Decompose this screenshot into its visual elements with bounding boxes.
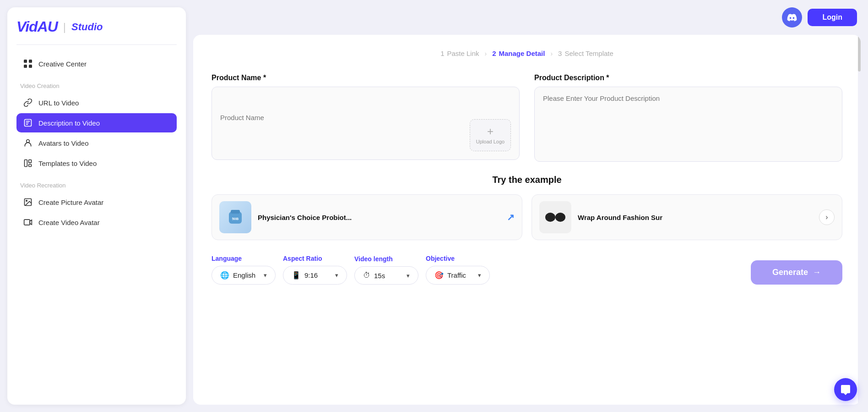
sidebar-label-create-picture-avatar: Create Picture Avatar xyxy=(38,198,103,206)
globe-icon: 🌐 xyxy=(220,271,229,280)
chat-bubble-button[interactable] xyxy=(834,378,857,401)
language-chevron-icon: ▾ xyxy=(264,272,267,279)
sidebar-label-templates-to-video: Templates to Video xyxy=(38,159,97,167)
svg-text:50B: 50B xyxy=(232,217,239,221)
generate-button[interactable]: Generate → xyxy=(751,260,842,285)
logo-divider: | xyxy=(63,21,66,33)
grid-icon xyxy=(23,59,33,69)
description-icon xyxy=(23,118,33,128)
sidebar-item-templates-to-video[interactable]: Templates to Video xyxy=(16,154,177,173)
product-name-group: Product Name * + Upload Logo xyxy=(212,74,520,162)
product-description-input[interactable] xyxy=(543,94,834,154)
product-name-input[interactable] xyxy=(220,94,511,140)
section-label-video-creation: Video Creation xyxy=(20,82,177,89)
sidebar-label-avatars-to-video: Avatars to Video xyxy=(38,139,89,147)
example-thumb-probiotics: 50B xyxy=(219,201,251,233)
example-next-chevron[interactable]: › xyxy=(819,209,835,225)
video-length-select[interactable]: ⏱ 15s ▾ xyxy=(354,266,418,285)
video-length-value: 15s xyxy=(374,272,385,280)
language-control-group: Language 🌐 English ▾ xyxy=(212,255,276,285)
sidebar-item-url-to-video[interactable]: URL to Video xyxy=(16,93,177,112)
upload-logo-button[interactable]: + Upload Logo xyxy=(470,119,511,151)
aspect-ratio-control-group: Aspect Ratio 📱 9:16 ▾ xyxy=(283,255,347,285)
svg-rect-11 xyxy=(24,220,30,225)
example-thumb-sunglasses xyxy=(539,201,571,233)
example-card-sunglasses[interactable]: Wrap Around Fashion Sur › xyxy=(532,194,842,240)
language-label: Language xyxy=(212,255,276,262)
sidebar-item-avatars-to-video[interactable]: Avatars to Video xyxy=(16,133,177,153)
svg-rect-0 xyxy=(24,60,27,63)
try-example-title: Try the example xyxy=(212,175,842,185)
svg-rect-7 xyxy=(29,160,32,163)
example-name-probiotics: Physician's Choice Probiot... xyxy=(258,214,500,221)
step2-number: 2 xyxy=(492,49,496,57)
scrollbar-thumb xyxy=(858,35,861,71)
product-name-label: Product Name * xyxy=(212,74,520,82)
sidebar-item-description-to-video[interactable]: Description to Video xyxy=(16,113,177,132)
sidebar-item-creative-center[interactable]: Creative Center xyxy=(16,54,177,73)
scrollbar-track[interactable] xyxy=(858,35,861,405)
topbar: Login xyxy=(193,7,861,35)
step3-label: Select Template xyxy=(564,49,613,57)
sidebar-label-description-to-video: Description to Video xyxy=(38,119,100,127)
objective-label: Objective xyxy=(426,255,490,262)
generate-arrow-icon: → xyxy=(813,268,821,277)
video-length-label: Video length xyxy=(354,255,418,263)
clock-icon: ⏱ xyxy=(363,271,370,280)
step1-number: 1 xyxy=(440,49,444,57)
step-manage-detail: 2 Manage Detail xyxy=(492,49,545,57)
sidebar: VidAU | Studio Creative Center Video Cre… xyxy=(7,7,186,405)
discord-button[interactable] xyxy=(782,7,802,27)
logo-subtitle: Studio xyxy=(71,21,103,33)
language-select[interactable]: 🌐 English ▾ xyxy=(212,266,276,285)
bottom-controls: Language 🌐 English ▾ Aspect Ratio 📱 9:16… xyxy=(212,255,842,285)
step-paste-link: 1 Paste Link xyxy=(440,49,479,57)
generate-label: Generate xyxy=(772,268,808,277)
example-card-probiotics[interactable]: 50B Physician's Choice Probiot... ↗ xyxy=(212,194,522,240)
phone-icon: 📱 xyxy=(292,271,301,280)
video-length-control-group: Video length ⏱ 15s ▾ xyxy=(354,255,418,285)
svg-point-16 xyxy=(555,213,565,222)
sidebar-item-create-video-avatar[interactable]: Create Video Avatar xyxy=(16,213,177,232)
aspect-ratio-value: 9:16 xyxy=(304,271,318,279)
aspect-ratio-chevron-icon: ▾ xyxy=(335,272,338,279)
svg-rect-3 xyxy=(29,65,32,68)
objective-select[interactable]: 🎯 Traffic ▾ xyxy=(426,266,490,285)
sidebar-label-url-to-video: URL to Video xyxy=(38,99,79,107)
aspect-ratio-select[interactable]: 📱 9:16 ▾ xyxy=(283,266,347,285)
templates-icon xyxy=(23,158,33,168)
logo-brand: VidAU xyxy=(16,18,58,35)
login-button[interactable]: Login xyxy=(808,9,857,26)
svg-rect-6 xyxy=(25,160,27,167)
svg-rect-2 xyxy=(24,65,27,68)
picture-avatar-icon xyxy=(23,197,33,207)
video-length-chevron-icon: ▾ xyxy=(407,272,410,279)
main-area: Login 1 Paste Link › 2 Manage Detail › 3… xyxy=(193,0,868,412)
svg-rect-13 xyxy=(231,210,240,214)
objective-chevron-icon: ▾ xyxy=(478,272,481,279)
objective-value: Traffic xyxy=(447,271,466,279)
link-icon xyxy=(23,98,33,108)
svg-point-15 xyxy=(545,213,555,222)
logo-area: VidAU | Studio xyxy=(16,18,177,45)
aspect-ratio-label: Aspect Ratio xyxy=(283,255,347,262)
step-chevron-2: › xyxy=(550,50,553,57)
objective-control-group: Objective 🎯 Traffic ▾ xyxy=(426,255,490,285)
sidebar-label-create-video-avatar: Create Video Avatar xyxy=(38,219,100,226)
sidebar-item-create-picture-avatar[interactable]: Create Picture Avatar xyxy=(16,192,177,212)
product-description-group: Product Description * xyxy=(534,74,842,162)
content-card: 1 Paste Link › 2 Manage Detail › 3 Selec… xyxy=(193,35,861,405)
language-value: English xyxy=(233,271,255,279)
step1-label: Paste Link xyxy=(447,49,479,57)
avatars-icon xyxy=(23,138,33,148)
example-arrow-probiotics: ↗ xyxy=(507,212,515,223)
video-avatar-icon xyxy=(23,217,33,227)
svg-point-10 xyxy=(26,200,27,202)
step-chevron-1: › xyxy=(485,50,487,57)
svg-point-5 xyxy=(27,140,30,143)
svg-rect-1 xyxy=(29,60,32,63)
step3-number: 3 xyxy=(558,49,562,57)
step-select-template: 3 Select Template xyxy=(558,49,613,57)
stepper: 1 Paste Link › 2 Manage Detail › 3 Selec… xyxy=(212,49,842,57)
form-row: Product Name * + Upload Logo Product Des… xyxy=(212,74,842,162)
